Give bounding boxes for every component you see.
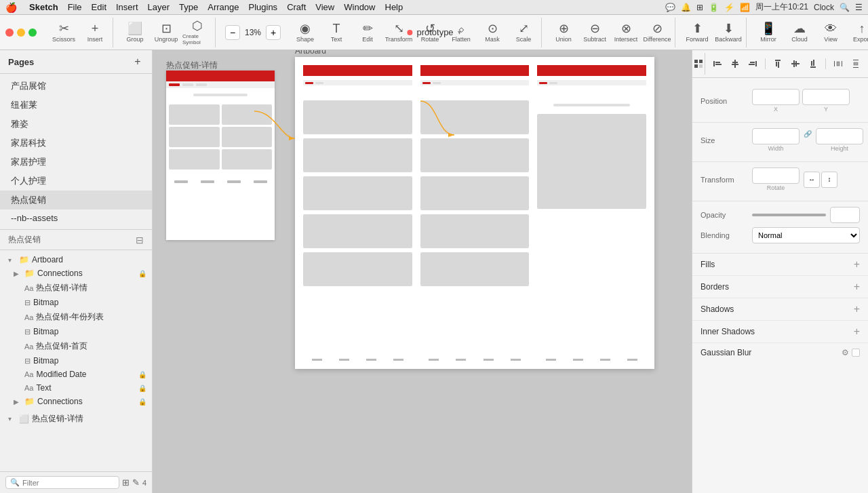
apple-menu[interactable]: 🍎: [5, 2, 17, 13]
menubar-insert[interactable]: Insert: [112, 1, 142, 13]
menubar-window[interactable]: Window: [340, 1, 379, 13]
mirror-tool[interactable]: 📱 Mirror: [753, 18, 783, 47]
inspector-icon-main[interactable]: [692, 53, 705, 75]
backward-tool[interactable]: ⬇ Backward: [713, 18, 743, 47]
page-item-personal-care[interactable]: 个人护理: [0, 172, 152, 191]
create-symbol-tool[interactable]: ⬡ Create Symbol: [182, 18, 212, 47]
menubar-help[interactable]: Help: [381, 1, 408, 13]
artboard2-frame[interactable]: [295, 57, 654, 369]
search-box[interactable]: 🔍: [5, 476, 119, 489]
menubar-craft[interactable]: Craft: [283, 1, 310, 13]
blending-select[interactable]: Normal: [752, 227, 860, 243]
menubar-file[interactable]: File: [64, 1, 86, 13]
connections2-toggle[interactable]: ▶: [14, 398, 22, 406]
flip-v-button[interactable]: ↕: [821, 172, 837, 188]
menubar-type[interactable]: Type: [175, 1, 202, 13]
layer-modified-date[interactable]: Aa Modified Date 🔒: [0, 368, 152, 381]
shape-tool[interactable]: ◉ Shape: [290, 18, 320, 47]
ungroup-tool[interactable]: ⊡ Ungroup: [151, 18, 181, 47]
inner-shadows-row[interactable]: Inner Shadows +: [692, 321, 868, 343]
menubar-arrange[interactable]: Arrange: [203, 1, 243, 13]
shadows-row[interactable]: Shadows +: [692, 298, 868, 321]
mask-tool[interactable]: ⊙ Mask: [477, 18, 507, 47]
distribute-v-button[interactable]: [849, 57, 863, 71]
rotate-input[interactable]: [752, 167, 800, 184]
fills-row[interactable]: Fills +: [692, 254, 868, 276]
artboard-toggle[interactable]: ▾: [8, 256, 16, 264]
shadows-add-button[interactable]: +: [854, 303, 860, 315]
opacity-input[interactable]: [830, 207, 860, 223]
close-button[interactable]: [5, 28, 14, 37]
view-tool[interactable]: 👁 View: [816, 18, 846, 47]
scissors-tool[interactable]: ✂ Scissors: [49, 18, 79, 47]
prototype-chevron[interactable]: ▾: [458, 28, 461, 36]
x-input[interactable]: [752, 89, 800, 105]
layer-home-text[interactable]: Aa 热点促销-首页: [0, 338, 152, 354]
menubar-edit[interactable]: Edit: [87, 1, 111, 13]
menubar-view[interactable]: View: [311, 1, 338, 13]
export-tool[interactable]: ↑ Export: [847, 18, 868, 47]
wifi-icon[interactable]: 📶: [740, 3, 750, 12]
borders-row[interactable]: Borders +: [692, 276, 868, 298]
fills-add-button[interactable]: +: [854, 258, 860, 271]
difference-tool[interactable]: ⊘ Difference: [642, 18, 672, 47]
scale-tool[interactable]: ⤢ Scale: [509, 18, 538, 47]
layer-connections[interactable]: ▶ 📁 Connections 🔒: [0, 267, 152, 280]
symbol-view-icon[interactable]: ⊞: [122, 477, 130, 488]
search-icon[interactable]: 🔍: [840, 3, 850, 12]
filter-input[interactable]: [22, 479, 115, 487]
minimize-button[interactable]: [17, 28, 25, 37]
page-item-product[interactable]: 产品展馆: [0, 77, 152, 96]
edit-tool[interactable]: ✏ Edit: [353, 18, 382, 47]
menu-icon[interactable]: ☰: [855, 3, 863, 12]
flip-h-button[interactable]: ↔: [804, 172, 820, 188]
distribute-h-button[interactable]: [831, 57, 845, 71]
union-tool[interactable]: ⊕ Union: [549, 18, 578, 47]
maximize-button[interactable]: [28, 28, 37, 37]
menubar-layer[interactable]: Layer: [144, 1, 174, 13]
insert-tool[interactable]: + Insert: [80, 18, 110, 47]
layer-detail-artboard[interactable]: ▾ ⬜ 热点促销-详情: [0, 411, 152, 427]
gaussian-gear-icon[interactable]: ⚙: [842, 348, 849, 357]
borders-add-button[interactable]: +: [854, 281, 860, 293]
align-left-button[interactable]: [711, 57, 724, 71]
forward-tool[interactable]: ⬆ Forward: [682, 18, 712, 47]
zoom-out-button[interactable]: −: [225, 25, 240, 40]
layer-bitmap2[interactable]: ⊟ Bitmap: [0, 325, 152, 338]
battery-icon[interactable]: 🔋: [709, 3, 719, 12]
size-lock-button[interactable]: 🔗: [802, 128, 813, 139]
page-item-nb-assets[interactable]: --nb--assets: [0, 210, 152, 226]
wechat-icon[interactable]: 💬: [665, 3, 675, 12]
bluetooth-icon[interactable]: ⚡: [724, 3, 734, 12]
page-item-home-tech[interactable]: 家居科技: [0, 134, 152, 153]
align-bottom-button[interactable]: [806, 57, 820, 71]
layer-connections2[interactable]: ▶ 📁 Connections 🔒: [0, 395, 152, 408]
align-center-h-button[interactable]: [728, 57, 742, 71]
add-page-button[interactable]: +: [132, 56, 144, 68]
app-icon[interactable]: ⊞: [696, 3, 703, 12]
layer-year-text[interactable]: Aa 热点促销-年份列表: [0, 309, 152, 325]
canvas[interactable]: 热点促销-详情: [153, 50, 692, 493]
edit-view-icon[interactable]: ✎: [132, 477, 140, 488]
page-item-hot-promo[interactable]: 热点促销: [0, 191, 152, 210]
menubar-sketch[interactable]: Sketch: [25, 1, 62, 13]
notification-icon[interactable]: 🔔: [681, 3, 691, 12]
layer-text[interactable]: Aa Text 🔒: [0, 381, 152, 395]
gaussian-blur-checkbox[interactable]: [852, 349, 860, 357]
group-tool[interactable]: ⬜ Group: [120, 18, 150, 47]
connections-toggle[interactable]: ▶: [14, 270, 22, 277]
width-input[interactable]: [752, 128, 800, 144]
cloud-tool[interactable]: ☁ Cloud: [785, 18, 814, 47]
subtract-tool[interactable]: ⊖ Subtract: [580, 18, 610, 47]
zoom-in-button[interactable]: +: [266, 25, 281, 40]
layer-bitmap3[interactable]: ⊟ Bitmap: [0, 354, 152, 368]
artboard1-frame[interactable]: [166, 71, 275, 240]
align-right-button[interactable]: [746, 57, 760, 71]
opacity-slider[interactable]: [752, 214, 826, 216]
layers-toggle-icon[interactable]: ⊟: [136, 235, 144, 245]
text-tool[interactable]: T Text: [321, 18, 351, 47]
page-item-home-care[interactable]: 家居护理: [0, 153, 152, 172]
align-middle-button[interactable]: [789, 57, 802, 71]
layer-detail-text[interactable]: Aa 热点促销-详情: [0, 280, 152, 296]
y-input[interactable]: [802, 89, 850, 105]
